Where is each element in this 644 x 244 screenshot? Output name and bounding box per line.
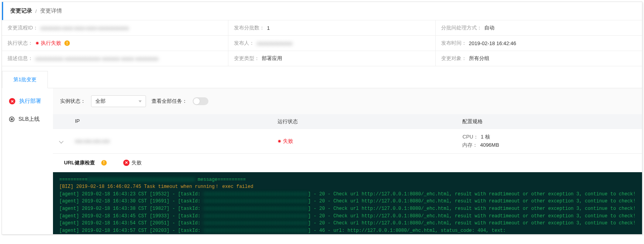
info-batch-mode: 分批间处理方式： 自动 [436,20,642,35]
label-publisher: 发布人： [234,40,254,47]
radio-icon [9,117,15,122]
cell-ip-masked: xxx.xxx.xxx.xxx [75,138,110,144]
log-line: [agent] 2019-02-18 16:43:38 CST [19827] … [59,205,636,213]
health-check-bar: URL健康检查 ! ✕ 失败 [53,154,642,172]
expand-toggle[interactable] [53,134,69,148]
label-change-type: 变更类型： [234,55,259,62]
info-description: 描述信息： xxxxxxxxxxx xxxxxxxxxxxxxx xxxxxxx… [2,51,228,66]
log-line: [agent] 2019-02-18 16:43:30 CST [19691] … [59,198,636,205]
th-status: 运行状态 [272,114,457,129]
info-exec-status: 执行状态： 执行失败 ! [2,36,228,51]
error-icon: ✕ [9,98,15,104]
log-line: [agent] 2019-02-18 16:43:57 CST [20203] … [59,227,636,235]
step-sidebar: ✕ 执行部署 SLB上线 [2,88,53,234]
cell-spec: CPU：1 核 内存：4096MB [462,133,637,149]
sidebar-item-label: 执行部署 [19,98,41,105]
log-console[interactable]: ==========xxxxxxxxxxxxxxxxxxxxxxxxxxxxxx… [53,172,642,235]
value-change-id-masked: xxxxxxxx-xxxx-xxxx-xxxx-xxxxxxxxxxxx [40,25,129,31]
filter-bar: 实例状态： 全部 查看全部任务： [53,88,642,114]
label-change-target: 变更对象： [441,55,467,62]
sidebar-item-slb-online[interactable]: SLB上线 [9,116,46,123]
value-description-masked: xxxxxxxxxxx xxxxxxxxxxxxxx xxxxxxx xxxxx… [35,56,158,62]
show-all-label: 查看全部任务： [151,98,187,105]
label-change-id: 变更流程ID： [7,24,38,31]
instance-status-select[interactable]: 全部 [91,95,146,107]
label-description: 描述信息： [7,55,33,62]
info-batch-count: 发布分批数： 1 [228,20,435,35]
value-exec-status: 执行失败 [41,40,61,47]
chevron-down-icon [59,139,63,144]
log-line: [BIZ] 2019-02-18 16:46:02.745 Task timeo… [59,183,636,191]
chevron-down-icon [139,100,142,102]
instance-status-label: 实例状态： [60,98,86,105]
spec-cpu-label: CPU： [462,134,478,140]
value-batch-count: 1 [267,25,270,31]
sidebar-item-label: SLB上线 [18,116,40,123]
info-publisher: 发布人： xxxxxxxxxxxxxx [228,36,435,51]
instance-table: IP 运行状态 配置规格 xxx.xxx.xxx.xxx 失败 [53,114,642,234]
info-change-id: 变更流程ID： xxxxxxxx-xxxx-xxxx-xxxx-xxxxxxxx… [2,20,228,35]
value-change-type: 部署应用 [262,55,282,62]
th-expand [53,114,69,129]
label-batch-count: 发布分批数： [234,24,265,31]
status-dot-icon [277,139,281,143]
health-check-status: 失败 [131,159,142,166]
log-line: [agent] 2019-02-18 16:43:45 CST [19933] … [59,213,636,220]
health-check-title: URL健康检查 [64,159,95,166]
info-publish-time: 发布时间： 2019-02-18 16:42:46 [436,36,642,51]
tab-batch-1[interactable]: 第1批变更 [2,71,48,88]
log-line: [agent] 2019-02-18 16:43:23 CST [19532] … [59,191,636,198]
table-row: xxx.xxx.xxx.xxx 失败 CPU：1 核 [53,129,642,154]
spec-mem-label: 内存： [462,142,478,148]
cell-status: 失败 [283,138,293,145]
error-icon: ✕ [123,160,130,166]
th-spec: 配置规格 [457,114,642,129]
spec-cpu-value: 1 核 [481,134,490,140]
breadcrumb-current: 变更详情 [40,7,62,15]
label-batch-mode: 分批间处理方式： [441,24,482,31]
label-publish-time: 发布时间： [441,40,467,47]
info-change-target: 变更对象： 所有分组 [436,51,642,66]
value-change-target: 所有分组 [469,55,489,62]
th-ip: IP [69,114,272,129]
info-grid: 变更流程ID： xxxxxxxx-xxxx-xxxx-xxxx-xxxxxxxx… [2,20,642,66]
select-value: 全部 [95,98,106,105]
warning-icon: ! [64,40,70,46]
status-dot-icon [35,41,39,45]
value-publisher-masked: xxxxxxxxxxxxxx [257,40,292,46]
sidebar-item-deploy[interactable]: ✕ 执行部署 [9,98,46,105]
breadcrumb-link-change-log[interactable]: 变更记录 [10,7,32,15]
breadcrumb-sep: / [35,8,37,14]
warning-icon: ! [101,160,107,166]
breadcrumb: 变更记录 / 变更详情 [2,2,642,20]
label-exec-status: 执行状态： [7,40,33,47]
log-line: [agent] 2019-02-18 16:43:54 CST [20051] … [59,220,636,227]
value-batch-mode: 自动 [484,24,494,31]
spec-mem-value: 4096MB [480,142,499,148]
info-change-type: 变更类型： 部署应用 [228,51,435,66]
value-publish-time: 2019-02-18 16:42:46 [469,40,516,46]
show-all-toggle[interactable] [193,97,208,105]
batch-tabs: 第1批变更 [2,71,642,88]
